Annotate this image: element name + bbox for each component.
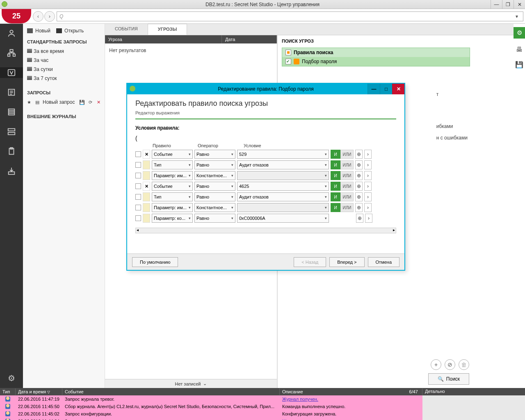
rule-row-checkbox[interactable] [135,151,141,157]
rule-delete-icon[interactable]: ✕ [143,182,150,191]
log-row[interactable]: 22.06.2016 11:45:02Запрос конфигурации.К… [0,410,422,418]
cancel-button[interactable]: Отмена [368,257,399,267]
dialog-close-button[interactable]: ✕ [392,84,404,94]
rule-expand-button[interactable]: › [364,203,372,212]
rule-add-button[interactable]: ⊕ [355,160,363,169]
rule-operator-select[interactable]: Равно [194,160,235,169]
link-rule-button[interactable]: ⊘ [445,359,455,370]
sidebar-std-item[interactable]: За 7 суток [23,74,105,83]
rule-operator-select[interactable]: Равно [194,150,235,159]
next-button[interactable]: Вперед > [329,257,364,267]
dialog-maximize-button[interactable]: □ [380,84,392,94]
rule-row-checkbox[interactable] [135,173,141,178]
search-rule-item[interactable]: Подбор пароля [282,57,470,66]
address-dropdown-icon[interactable]: ▾ [513,14,520,19]
rule-operator-select[interactable]: Константное... [194,203,235,212]
rule-add-button[interactable]: ⊕ [355,192,363,201]
rule-field-select[interactable]: Событие [152,182,193,191]
col-date[interactable]: Дата [222,35,277,43]
rule-expand-button[interactable]: › [364,171,372,180]
tab-events[interactable]: СОБЫТИЯ [105,24,148,35]
dialog-minimize-button[interactable]: — [368,84,380,94]
rule-andor[interactable]: ИИЛИ [331,150,354,159]
rail-users-icon[interactable] [5,28,18,39]
sidebar-open-button[interactable]: Открыть [56,28,84,34]
window-close-button[interactable]: ✕ [514,0,525,9]
stripe-save-icon[interactable]: 💾 [515,61,523,68]
rail-settings-icon[interactable]: ⚙ [8,373,15,383]
rule-expand-button[interactable]: › [364,160,372,169]
rule-checkbox[interactable] [285,59,291,64]
rail-download-icon[interactable] [5,166,18,176]
rule-delete-icon[interactable]: ✕ [143,150,150,159]
rule-andor[interactable]: ИИЛИ [331,171,354,180]
refresh-icon[interactable]: ⟳ [87,99,93,105]
rule-add-button[interactable]: ⊕ [355,203,363,212]
sidebar-std-item[interactable]: За час [23,56,105,65]
log-col-event[interactable]: Событие [62,388,280,395]
rule-value-select[interactable]: 0xC000006A [237,214,329,223]
log-col-dt[interactable]: Дата и время ▽ [16,388,62,395]
rule-expand-button[interactable]: › [364,182,372,191]
sidebar-std-item[interactable]: За все время [23,47,105,56]
rule-value-select[interactable]: Аудит отказов [237,160,329,169]
rule-operator-select[interactable]: Равно [194,192,235,201]
rule-andor[interactable]: ИИЛИ [331,182,354,191]
rule-handle[interactable] [143,160,150,169]
log-row[interactable]: 22.06.2016 11:47:19Запрос журнала тревог… [0,395,422,403]
delete-rule-button[interactable]: 🗑 [459,359,469,370]
delete-icon[interactable]: ✕ [96,99,101,105]
address-bar[interactable]: Q ▾ [57,11,523,21]
rule-value-select[interactable]: Аудит отказов [237,192,329,201]
chevron-down-icon[interactable]: ⌄ [203,381,207,386]
rule-field-select[interactable]: Параметр: им... [152,171,193,180]
rule-row-checkbox[interactable] [135,162,141,168]
sidebar-std-item[interactable]: За сутки [23,65,105,74]
rule-field-select[interactable]: Тип [152,192,193,201]
default-button[interactable]: По умолчанию [132,257,178,267]
rule-handle[interactable] [143,171,150,180]
rail-log-icon[interactable] [5,87,18,98]
rule-field-select[interactable]: Параметр: ко... [152,214,193,223]
rail-server-icon[interactable] [5,126,18,137]
log-col-type[interactable]: Тип [0,388,16,395]
rule-row-checkbox[interactable] [135,215,141,221]
sidebar-new-button[interactable]: Новый [27,28,50,34]
rule-value-select[interactable]: 4625 [237,182,329,191]
rule-expand-button[interactable]: › [364,150,372,159]
col-threat[interactable]: Угроза [105,35,222,43]
alert-badge[interactable]: 25 [2,9,31,23]
search-button[interactable]: 🔍 Поиск [428,373,469,385]
rule-handle[interactable] [143,214,150,223]
rule-andor[interactable]: ИИЛИ [331,160,354,169]
log-row[interactable]: 22.06.2016 11:44:04Запрос журнала тревог… [0,418,422,420]
rule-add-button[interactable]: ⊕ [356,214,363,223]
rule-handle[interactable] [143,192,150,201]
rule-add-button[interactable]: ⊕ [355,171,363,180]
tab-threats[interactable]: УГРОЗЫ [148,24,187,35]
rule-operator-select[interactable]: Равно [194,214,235,223]
rule-row-checkbox[interactable] [135,183,141,189]
log-col-desc[interactable]: Описание6/47 [280,388,422,395]
search-rules-header[interactable]: Правила поиска [282,48,470,57]
rule-field-select[interactable]: Тип [152,160,193,169]
rule-andor[interactable]: ИИЛИ [331,192,354,201]
rule-row-checkbox[interactable] [135,194,141,200]
stripe-print-icon[interactable]: 🖶 [516,46,523,53]
rule-row-checkbox[interactable] [135,205,141,210]
stripe-settings-icon[interactable]: ⚙ [514,27,525,39]
dialog-h-scrollbar[interactable] [135,228,396,233]
rule-value-select[interactable]: 529 [237,150,329,159]
rail-clipboard-icon[interactable] [5,146,18,157]
rail-book-icon[interactable] [5,107,18,117]
maximize-button[interactable]: ❐ [502,0,514,9]
log-row[interactable]: 22.06.2016 11:45:50Сбор журнала. Агент(ы… [0,403,422,410]
sidebar-new-query-row[interactable]: ★ ▤ Новый запрос 💾 ⟳ ✕ [23,98,105,107]
nav-back-button[interactable]: ‹ [33,11,43,22]
rule-handle[interactable] [143,203,150,212]
rule-expand-button[interactable]: › [364,192,372,201]
minimize-button[interactable]: — [491,0,502,9]
rail-network-icon[interactable] [5,48,18,58]
dialog-titlebar[interactable]: Редактирование правила: Подбор пароля — … [127,84,404,94]
rule-add-button[interactable]: ⊕ [355,150,363,159]
